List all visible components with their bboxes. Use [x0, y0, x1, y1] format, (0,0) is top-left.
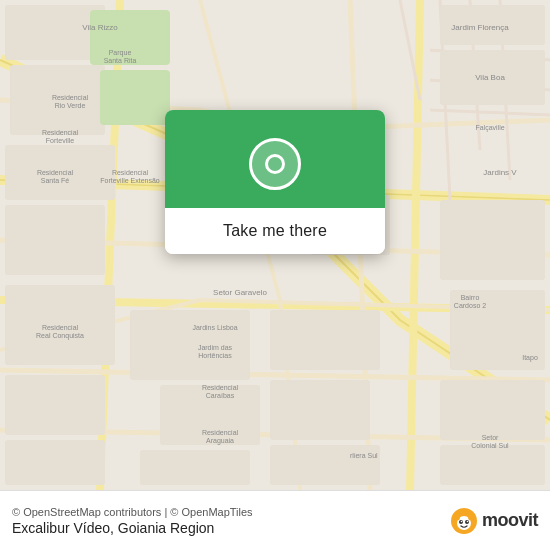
svg-text:Jardins V: Jardins V [483, 168, 517, 177]
svg-rect-4 [5, 205, 105, 275]
svg-text:Colonial Sul: Colonial Sul [471, 442, 509, 449]
svg-text:Residencial: Residencial [42, 324, 79, 331]
svg-text:Setor Garavelo: Setor Garavelo [213, 288, 267, 297]
svg-text:Residencial: Residencial [202, 429, 239, 436]
location-card: Take me there [165, 110, 385, 254]
svg-text:Vila Boa: Vila Boa [475, 73, 505, 82]
svg-rect-7 [5, 440, 105, 485]
svg-text:Real Conquista: Real Conquista [36, 332, 84, 340]
moovit-brand-text: moovit [482, 510, 538, 531]
map-container: Vila Rizzo Parque Santa Rita Residencial… [0, 0, 550, 490]
svg-text:Parque: Parque [109, 49, 132, 57]
svg-text:Residencial: Residencial [202, 384, 239, 391]
svg-text:Jardins Lisboa: Jardins Lisboa [192, 324, 237, 331]
svg-text:Residencial: Residencial [37, 169, 74, 176]
svg-text:Forteville: Forteville [46, 137, 75, 144]
bottom-bar: © OpenStreetMap contributors | © OpenMap… [0, 490, 550, 550]
svg-point-61 [461, 520, 463, 522]
svg-text:Hortências: Hortências [198, 352, 232, 359]
svg-point-63 [454, 513, 460, 520]
svg-rect-10 [440, 200, 545, 280]
card-header [165, 110, 385, 208]
svg-text:Forteville Extensão: Forteville Extensão [100, 177, 160, 184]
moovit-icon [450, 507, 478, 535]
svg-text:Residencial: Residencial [112, 169, 149, 176]
svg-text:Caraíbas: Caraíbas [206, 392, 235, 399]
svg-text:Residencial: Residencial [52, 94, 89, 101]
svg-text:Residencial: Residencial [42, 129, 79, 136]
svg-text:Cardoso 2: Cardoso 2 [454, 302, 486, 309]
svg-text:Setor: Setor [482, 434, 499, 441]
bottom-info: © OpenStreetMap contributors | © OpenMap… [12, 506, 450, 536]
svg-rect-13 [440, 445, 545, 485]
svg-point-62 [467, 520, 469, 522]
svg-text:rliera Sul: rliera Sul [350, 452, 378, 459]
svg-rect-19 [270, 445, 380, 485]
location-name: Excalibur Vídeo, Goiania Region [12, 520, 450, 536]
pin-inner-circle [265, 154, 285, 174]
svg-text:Itapo: Itapo [522, 354, 538, 362]
svg-rect-16 [140, 450, 250, 485]
svg-text:Jardim Florença: Jardim Florença [451, 23, 509, 32]
svg-rect-18 [270, 380, 370, 440]
svg-text:Santa Fé: Santa Fé [41, 177, 70, 184]
svg-rect-6 [5, 375, 105, 435]
svg-text:Santa Rita: Santa Rita [104, 57, 137, 64]
svg-text:Jardim das: Jardim das [198, 344, 233, 351]
svg-text:Falçaville: Falçaville [475, 124, 504, 132]
svg-text:Vila Rizzo: Vila Rizzo [82, 23, 118, 32]
attribution-text: © OpenStreetMap contributors | © OpenMap… [12, 506, 450, 518]
svg-text:Rio Verde: Rio Verde [55, 102, 86, 109]
svg-rect-22 [100, 70, 170, 125]
svg-rect-17 [270, 310, 380, 370]
location-pin-icon [249, 138, 301, 190]
svg-point-64 [468, 513, 474, 520]
svg-text:Bairro: Bairro [461, 294, 480, 301]
svg-text:Araguaia: Araguaia [206, 437, 234, 445]
svg-rect-12 [440, 380, 545, 440]
take-me-there-button[interactable]: Take me there [165, 208, 385, 254]
moovit-logo: moovit [450, 507, 538, 535]
